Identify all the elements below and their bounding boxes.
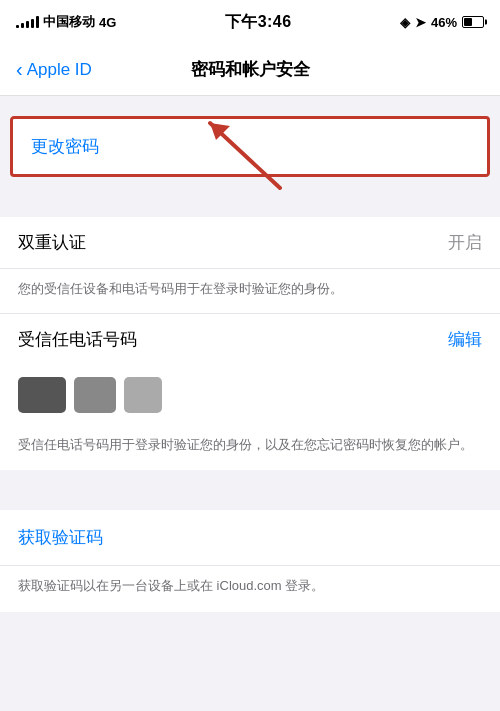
trusted-phone-label: 受信任电话号码 bbox=[18, 328, 137, 351]
gps-icon: ➤ bbox=[415, 15, 426, 30]
get-code-description: 获取验证码以在另一台设备上或在 iCloud.com 登录。 bbox=[0, 566, 500, 612]
location-icon: ◈ bbox=[400, 15, 410, 30]
edit-button[interactable]: 编辑 bbox=[448, 328, 482, 351]
get-code-section: 获取验证码 获取验证码以在另一台设备上或在 iCloud.com 登录。 bbox=[0, 510, 500, 612]
get-code-label: 获取验证码 bbox=[18, 528, 103, 547]
carrier-info: 中国移动 4G bbox=[16, 13, 116, 31]
phone-thumbnails bbox=[0, 365, 500, 425]
status-time: 下午3:46 bbox=[225, 12, 292, 33]
phone-thumb-3 bbox=[124, 377, 162, 413]
two-factor-header: 双重认证 开启 bbox=[0, 217, 500, 269]
carrier-name: 中国移动 bbox=[43, 13, 95, 31]
battery-icon bbox=[462, 16, 484, 28]
two-factor-description: 您的受信任设备和电话号码用于在登录时验证您的身份。 bbox=[0, 269, 500, 314]
two-factor-label: 双重认证 bbox=[18, 231, 86, 254]
two-factor-status: 开启 bbox=[448, 231, 482, 254]
battery-percent: 46% bbox=[431, 15, 457, 30]
section-gap-2 bbox=[0, 470, 500, 490]
trusted-phone-row[interactable]: 受信任电话号码 编辑 bbox=[0, 314, 500, 365]
status-indicators: ◈ ➤ 46% bbox=[400, 15, 484, 30]
back-label: Apple ID bbox=[27, 60, 92, 80]
get-code-row[interactable]: 获取验证码 bbox=[0, 510, 500, 566]
nav-bar: ‹ Apple ID 密码和帐户安全 bbox=[0, 44, 500, 96]
arrow-annotation bbox=[180, 108, 300, 202]
phone-thumb-1 bbox=[18, 377, 66, 413]
phone-thumb-2 bbox=[74, 377, 116, 413]
content-area: 更改密码 双重认证 开启 您的受信任设备和电话号码用于在登录时验证您的身份。 受… bbox=[0, 96, 500, 632]
network-type: 4G bbox=[99, 15, 116, 30]
two-factor-section: 双重认证 开启 您的受信任设备和电话号码用于在登录时验证您的身份。 受信任电话号… bbox=[0, 217, 500, 470]
page-title: 密码和帐户安全 bbox=[191, 58, 310, 81]
status-bar: 中国移动 4G 下午3:46 ◈ ➤ 46% bbox=[0, 0, 500, 44]
change-password-label: 更改密码 bbox=[31, 137, 99, 156]
chevron-left-icon: ‹ bbox=[16, 59, 23, 79]
back-button[interactable]: ‹ Apple ID bbox=[16, 60, 92, 80]
signal-icon bbox=[16, 16, 39, 28]
trusted-description: 受信任电话号码用于登录时验证您的身份，以及在您忘记密码时恢复您的帐户。 bbox=[0, 425, 500, 471]
